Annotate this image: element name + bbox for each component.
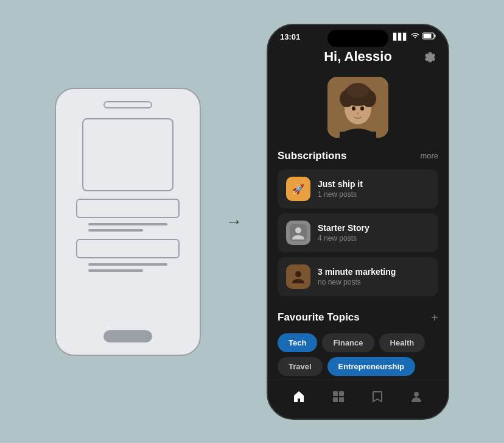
nav-profile[interactable]: [410, 390, 423, 403]
nav-discover[interactable]: [332, 390, 345, 403]
subscriptions-header: Subscriptions more: [278, 150, 438, 162]
svg-point-11: [357, 112, 359, 114]
subscription-name-3: 3 minute marketing: [318, 267, 430, 277]
wireframe-home-button: [103, 330, 152, 342]
svg-point-18: [295, 271, 301, 277]
scene: → 13:01 ▋▋▋: [0, 0, 504, 443]
status-icons: ▋▋▋: [393, 32, 436, 41]
phone-header: Hi, Alessio: [268, 44, 448, 72]
subscription-icon-1: 🚀: [286, 177, 310, 201]
bottom-nav: [268, 380, 448, 419]
subscription-posts-3: no new posts: [318, 278, 430, 286]
svg-rect-2: [424, 34, 432, 38]
svg-rect-20: [339, 391, 344, 396]
subscriptions-more[interactable]: more: [420, 151, 438, 160]
nav-bookmarks[interactable]: [371, 390, 384, 403]
topics-header: Favourite Topics +: [278, 311, 438, 325]
subscription-info-3: 3 minute marketing no new posts: [318, 267, 430, 286]
svg-point-9: [352, 106, 355, 110]
status-time: 13:01: [280, 32, 300, 41]
subscription-posts-2: 4 new posts: [318, 234, 430, 243]
wireframe-image-area: [82, 118, 173, 191]
wireframe-button-2: [76, 239, 180, 258]
signal-icon: ▋▋▋: [393, 33, 408, 41]
add-topic-button[interactable]: +: [431, 311, 438, 325]
topic-travel[interactable]: Travel: [278, 357, 323, 376]
page-title: Hi, Alessio: [324, 49, 392, 65]
svg-rect-21: [333, 397, 338, 402]
subscriptions-section: Subscriptions more 🚀 Just ship it: [268, 150, 448, 296]
wireframe-lines-2: [88, 263, 167, 272]
wireframe-notch: [103, 101, 152, 108]
subscription-name-1: Just ship it: [318, 179, 430, 189]
phone-content: Hi, Alessio: [268, 44, 448, 419]
svg-rect-12: [340, 132, 376, 138]
svg-point-16: [295, 227, 301, 233]
avatar: [327, 77, 388, 138]
topic-entrepreneurship[interactable]: Entrepreneurship: [327, 357, 415, 376]
direction-arrow: →: [225, 212, 242, 232]
topic-tech[interactable]: Tech: [278, 333, 317, 352]
real-phone: 13:01 ▋▋▋ Hi,: [267, 24, 449, 420]
battery-icon: [422, 32, 436, 41]
svg-rect-22: [339, 397, 344, 402]
wireframe-line: [88, 269, 143, 272]
subscription-name-2: Starter Story: [318, 223, 430, 233]
wireframe-line: [88, 229, 143, 232]
wireframe-line: [88, 223, 167, 225]
svg-rect-19: [333, 391, 338, 396]
wifi-icon: [411, 33, 419, 40]
subscriptions-title: Subscriptions: [278, 150, 346, 162]
wireframe-lines-1: [88, 223, 167, 232]
nav-home[interactable]: [293, 390, 306, 403]
topics-grid: Tech Finance Health Travel Entrepreneurs…: [278, 333, 438, 376]
subscription-item-2[interactable]: Starter Story 4 new posts: [278, 213, 438, 252]
topic-health[interactable]: Health: [379, 333, 425, 352]
svg-rect-1: [435, 35, 436, 38]
avatar-section: [268, 72, 448, 150]
topics-section: Favourite Topics + Tech Finance Health T…: [268, 301, 448, 376]
topic-finance[interactable]: Finance: [322, 333, 374, 352]
wireframe-phone: [55, 88, 201, 356]
subscription-info-2: Starter Story 4 new posts: [318, 223, 430, 243]
subscription-item-3[interactable]: 3 minute marketing no new posts: [278, 257, 438, 296]
subscription-info-1: Just ship it 1 new posts: [318, 179, 430, 199]
topics-title: Favourite Topics: [278, 311, 360, 324]
wireframe-button-1: [76, 199, 180, 218]
subscription-item-1[interactable]: 🚀 Just ship it 1 new posts: [278, 169, 438, 208]
subscription-posts-1: 1 new posts: [318, 190, 430, 199]
subscription-icon-3: [286, 264, 310, 289]
svg-point-10: [360, 106, 364, 110]
wireframe-line: [88, 263, 167, 266]
settings-button[interactable]: [424, 50, 436, 65]
svg-text:🚀: 🚀: [292, 183, 304, 195]
svg-point-23: [414, 392, 419, 397]
subscription-icon-2: [286, 221, 310, 245]
svg-point-8: [347, 83, 369, 97]
